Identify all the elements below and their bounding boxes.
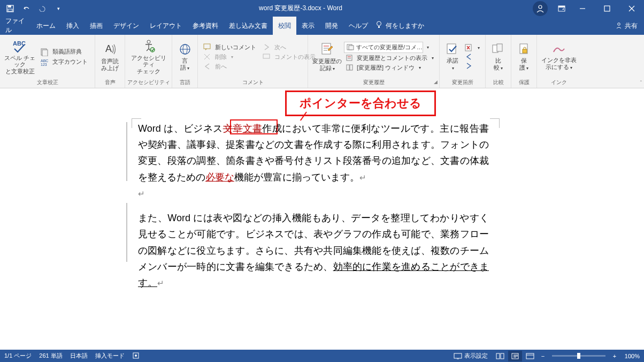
zoom-out-button[interactable]: − (538, 353, 548, 359)
view-read-mode-button[interactable] (493, 351, 507, 361)
group-accessibility: アクセシビリティ チェック アクセシビリティ (125, 35, 172, 88)
reviewing-pane-label: [変更履歴] ウィンドウ (357, 64, 415, 72)
display-settings-label: 表示設定 (464, 352, 488, 360)
prev-comment-button[interactable]: 前へ (201, 62, 258, 71)
tab-layout[interactable]: レイアウト (144, 17, 187, 35)
language-label: 言 語▾ (180, 57, 189, 71)
reviewing-pane-button[interactable]: [変更履歴] ウィンドウ▾ (344, 63, 436, 72)
tab-help[interactable]: ヘルプ (343, 17, 373, 35)
spellcheck-label: スペル チェック と文章校正 (3, 55, 36, 75)
display-for-review-dropdown[interactable]: すべての変更履歴/コメ… ▾ (344, 42, 423, 53)
group-compare: 比 較▾ 比較 (486, 35, 511, 88)
tab-design[interactable]: デザイン (108, 17, 144, 35)
group-tracking: 変更履歴の 記録▾ すべての変更履歴/コメ… ▾ 変更履歴とコメントの表示▾ [… (308, 35, 440, 88)
group-tracking-label: 変更履歴 (363, 79, 385, 85)
status-language[interactable]: 日本語 (70, 352, 88, 360)
hide-ink-button[interactable]: インクを非表 示にする▾ (540, 43, 578, 70)
redo-button[interactable] (35, 2, 49, 15)
zoom-slider-thumb[interactable] (577, 353, 580, 359)
status-page[interactable]: 1/1 ページ (4, 352, 32, 360)
prev-change-button[interactable] (463, 52, 482, 61)
spellcheck-button[interactable]: ABC スペル チェック と文章校正 (3, 39, 36, 75)
svg-point-10 (377, 21, 381, 26)
tab-developer[interactable]: 開発 (320, 17, 343, 35)
view-print-layout-button[interactable] (508, 351, 522, 361)
svg-point-19 (147, 40, 150, 43)
svg-rect-51 (496, 353, 500, 359)
tracked-insertion: 文書 (243, 123, 263, 134)
show-markup-label: 変更履歴とコメントの表示 (357, 54, 427, 62)
group-changes: 承諾▾ ▾ 変更箇所 (440, 35, 486, 88)
compare-button[interactable]: 比 較▾ (489, 43, 508, 71)
wordcount-label: 文字カウント (52, 58, 88, 66)
zoom-percent[interactable]: 100% (625, 353, 640, 359)
zoom-in-button[interactable]: + (610, 353, 619, 359)
prev-change-icon (465, 53, 473, 61)
tab-references[interactable]: 参考資料 (187, 17, 224, 35)
group-protect: 保 護▾ 保護 (511, 35, 537, 88)
group-ink-label: インク (537, 79, 581, 88)
annotation-callout: ポインターを合わせる (285, 90, 436, 116)
group-speech: A 音声読 み上げ 音声 (95, 35, 125, 88)
ribbon-tabs: ファイル ホーム 挿入 描画 デザイン レイアウト 参考資料 差し込み文書 校閲… (0, 17, 644, 35)
view-web-layout-button[interactable] (523, 351, 537, 361)
new-comment-button[interactable]: 新しいコメント (201, 43, 258, 52)
group-comments: 新しいコメント 削除▾ 前へ 次へ コメントの表示 (198, 35, 308, 88)
tab-home[interactable]: ホーム (31, 17, 61, 35)
tab-draw[interactable]: 描画 (85, 17, 108, 35)
svg-point-48 (135, 355, 137, 357)
accept-button[interactable]: 承諾▾ (443, 43, 462, 71)
status-wordcount[interactable]: 261 単語 (39, 352, 62, 360)
quick-access-toolbar: ▾ (0, 2, 68, 15)
next-change-button[interactable] (463, 62, 482, 70)
accessibility-button[interactable]: アクセシビリティ チェック (128, 39, 168, 75)
undo-button[interactable] (19, 2, 33, 15)
svg-rect-34 (347, 55, 352, 61)
change-bar (126, 203, 127, 262)
collapse-ribbon-button[interactable]: ˆ (640, 80, 642, 86)
minimize-button[interactable] (570, 0, 595, 17)
share-button[interactable]: 共有 (609, 17, 644, 35)
qat-more-button[interactable]: ▾ (51, 2, 65, 15)
document-area[interactable]: ポインターを合わせる Word は、ビジネス文章文書作成において非常に便利なツー… (0, 88, 644, 350)
svg-rect-27 (263, 54, 270, 58)
group-language-label: 言語 (172, 79, 197, 88)
display-settings-button[interactable]: 表示設定 (454, 352, 488, 360)
track-changes-button[interactable]: 変更履歴の 記録▾ (311, 42, 343, 71)
tab-insert[interactable]: 挿入 (61, 17, 85, 35)
language-button[interactable]: 言 語▾ (175, 43, 194, 71)
readaloud-button[interactable]: A 音声読 み上げ (98, 42, 121, 71)
tab-view[interactable]: 表示 (296, 17, 320, 35)
svg-rect-57 (526, 353, 534, 359)
window-title: word 変更履歴-3.docx - Word (68, 4, 533, 13)
macro-record-button[interactable] (132, 352, 140, 360)
tab-file[interactable]: ファイル (0, 17, 31, 35)
reject-button[interactable]: ▾ (463, 43, 482, 52)
tab-mailings[interactable]: 差し込み文書 (224, 17, 273, 35)
reviewing-pane-icon (346, 64, 354, 71)
wordcount-button[interactable]: ABC123 文字カウント (39, 57, 90, 67)
zoom-slider[interactable] (552, 355, 605, 357)
group-ink: インクを非表 示にする▾ インク (537, 35, 581, 88)
show-markup-icon (346, 55, 354, 61)
save-button[interactable] (3, 2, 17, 15)
user-avatar[interactable] (533, 1, 548, 16)
maximize-button[interactable] (595, 0, 619, 17)
accessibility-label: アクセシビリティ チェック (128, 55, 168, 75)
compare-label: 比 較▾ (494, 57, 503, 71)
tab-review[interactable]: 校閲 (273, 17, 296, 35)
tracked-deletion: 文章 (223, 123, 243, 134)
delete-comment-button[interactable]: 削除▾ (201, 52, 258, 62)
protect-button[interactable]: 保 護▾ (515, 43, 533, 71)
group-accessibility-label: アクセシビリティ (125, 79, 172, 88)
macro-record-icon (132, 352, 140, 359)
group-proofing-label: 文章校正 (37, 79, 58, 85)
close-button[interactable] (619, 0, 644, 17)
ribbon-display-options-button[interactable] (553, 0, 570, 17)
display-settings-icon (454, 353, 462, 359)
thesaurus-button[interactable]: 類義語辞典 (39, 47, 90, 57)
status-insert-mode[interactable]: 挿入モード (95, 352, 125, 360)
tracking-launcher-icon[interactable]: ◢ (434, 79, 438, 85)
show-markup-button[interactable]: 変更履歴とコメントの表示▾ (344, 54, 436, 63)
tell-me-search[interactable]: 何をしますか (375, 17, 424, 35)
